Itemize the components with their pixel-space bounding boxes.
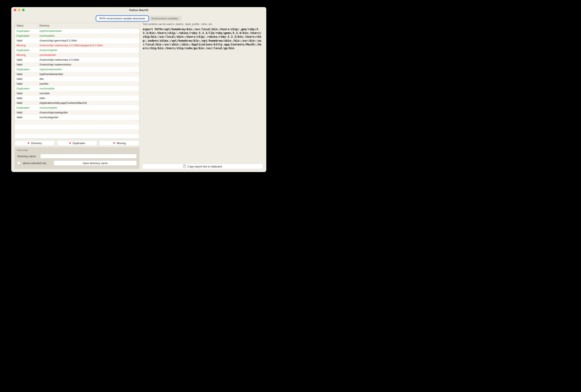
cell-status: Duplicated — [15, 29, 38, 32]
export-description: Text contents can be used in .bashrc, .b… — [142, 23, 263, 27]
cell-status: Valid — [15, 58, 38, 61]
app-window: Pathos MacOS PATH environment variable d… — [11, 7, 266, 172]
cell-directory: /opt/homebrew/bin — [38, 29, 139, 32]
table-row[interactable]: Valid/usr/bin — [15, 81, 139, 86]
traffic-lights — [14, 9, 25, 11]
cell-directory: /Users/chip/.nodenv/shims — [38, 63, 139, 66]
cell-status: Valid — [15, 116, 38, 119]
cell-directory: /Users/chip/.rubies/ruby-3.3.3/bin — [38, 58, 139, 61]
table-row[interactable]: Duplicated/usr/local/bin — [15, 33, 139, 38]
table-row[interactable]: Valid/bin — [15, 76, 139, 81]
minimize-icon[interactable] — [18, 9, 20, 11]
above-selected-label: above selected row — [23, 162, 46, 165]
cell-directory: /opt/homebrew/sbin — [38, 72, 139, 76]
export-text[interactable]: export PATH=/opt/homebrew/bin:/usr/local… — [142, 27, 263, 162]
directory-name-label: Directory name — [17, 155, 38, 158]
cell-status: Valid — [15, 72, 38, 76]
cell-directory: /Users/chip/.rubies/ruby-3.3.3/lib/ruby/… — [38, 44, 139, 47]
table-row[interactable]: Valid/Applications/kitty.app/Contents/Ma… — [15, 100, 139, 105]
x-icon: ✕ — [69, 142, 71, 144]
cell-directory: /Applications/kitty.app/Contents/MacOS — [38, 101, 139, 104]
table-header: Status Directory — [15, 23, 139, 28]
cell-status: Duplicated — [15, 87, 38, 90]
table-row[interactable]: Valid/usr/sbin — [15, 91, 139, 96]
zoom-icon[interactable] — [22, 9, 25, 11]
table-row[interactable]: Valid/Users/chip/.nodenv/shims — [15, 62, 139, 67]
table-row[interactable]: Missing/Users/chip/.rubies/ruby-3.3.3/li… — [15, 43, 139, 48]
table-row[interactable] — [15, 124, 139, 129]
cell-status: Valid — [15, 96, 38, 100]
cell-directory: /usr/local/bin — [38, 34, 139, 37]
window-title: Pathos MacOS — [129, 8, 148, 12]
table-row[interactable]: Missing/usr/local/sbin — [15, 52, 139, 57]
cell-directory: /usr/bin — [38, 82, 139, 85]
col-status[interactable]: Status — [15, 23, 38, 28]
cell-status: Valid — [15, 111, 38, 114]
tab-environment-variables[interactable]: Environment variables — [148, 16, 181, 21]
cell-directory: /usr/sbin — [38, 92, 139, 95]
table-row[interactable]: Valid/Users/chip/code/go/bin — [15, 110, 139, 115]
cell-directory: /usr/local/bin — [38, 87, 139, 90]
cell-status: Valid — [15, 39, 38, 42]
above-selected-checkbox[interactable] — [17, 162, 20, 164]
copy-to-clipboard-button[interactable]: Copy export text to clipboard — [142, 164, 263, 169]
remove-missing-button[interactable]: ✕ Missing — [99, 140, 140, 146]
cell-status: Valid — [15, 77, 38, 80]
cell-status: Duplicated — [15, 34, 38, 37]
remove-duplicates-label: Duplicates — [72, 142, 85, 145]
cell-status: Duplicated — [15, 68, 38, 71]
tab-path-directories[interactable]: PATH environment variable directories — [96, 16, 148, 21]
table-row[interactable]: Duplicated/Users/chip/bin — [15, 48, 139, 52]
cell-directory: /opt/homebrew/bin — [38, 68, 139, 71]
col-directory[interactable]: Directory — [38, 23, 139, 28]
remove-missing-label: Missing — [117, 142, 126, 145]
table-row[interactable]: Valid/usr/local/go/bin — [15, 115, 139, 120]
cell-directory: /Users/chip/bin — [38, 106, 139, 109]
table-row[interactable]: Valid/opt/homebrew/sbin — [15, 72, 139, 76]
cell-status: Missing — [15, 44, 38, 47]
cell-status: Missing — [15, 53, 38, 56]
cell-directory: /Users/chip/bin — [38, 48, 139, 52]
cell-directory: /usr/local/sbin — [38, 53, 139, 56]
remove-duplicates-button[interactable]: ✕ Duplicates — [57, 140, 97, 146]
titlebar: Pathos MacOS — [11, 7, 266, 13]
remove-directory-label: Directory — [31, 142, 42, 145]
cell-directory: /sbin — [38, 96, 139, 100]
table-row[interactable]: Duplicated/opt/homebrew/bin — [15, 67, 139, 72]
cell-status: Valid — [15, 63, 38, 66]
cell-directory: /bin — [38, 77, 139, 80]
table-row[interactable]: Valid/Users/chip/.rubies/ruby-3.3.3/bin — [15, 57, 139, 62]
close-icon[interactable] — [14, 9, 16, 11]
form-entry-panel: Form entry Directory name above selected… — [14, 147, 140, 169]
table-row[interactable]: Duplicated/Users/chip/bin — [15, 105, 139, 110]
path-table: Status Directory Duplicated/opt/homebrew… — [14, 23, 140, 139]
table-row[interactable]: Duplicated/opt/homebrew/bin — [15, 28, 139, 33]
table-row[interactable] — [15, 120, 139, 124]
action-button-row: ✕ Directory ✕ Duplicates ✕ Missing — [14, 140, 140, 146]
clipboard-icon — [183, 165, 186, 168]
cell-status: Valid — [15, 101, 38, 104]
remove-directory-button[interactable]: ✕ Directory — [14, 140, 55, 146]
save-directory-button[interactable]: Save directory name — [54, 161, 137, 166]
table-row[interactable]: Valid/Users/chip/.gem/ruby/3.3.3/bin — [15, 38, 139, 43]
cell-directory: /Users/chip/code/go/bin — [38, 111, 139, 114]
cell-status: Duplicated — [15, 48, 38, 52]
x-icon: ✕ — [27, 142, 30, 144]
directory-name-input[interactable] — [40, 154, 137, 158]
cell-directory: /Users/chip/.gem/ruby/3.3.3/bin — [38, 39, 139, 42]
cell-directory: /usr/local/go/bin — [38, 116, 139, 119]
x-icon: ✕ — [113, 142, 116, 144]
table-row[interactable] — [15, 134, 139, 138]
copy-label: Copy export text to clipboard — [188, 165, 222, 168]
tabbar: PATH environment variable directories En… — [11, 13, 266, 23]
table-row[interactable]: Duplicated/usr/local/bin — [15, 86, 139, 91]
table-row[interactable]: Valid/sbin — [15, 96, 139, 100]
form-title: Form entry — [17, 149, 137, 151]
cell-status: Valid — [15, 92, 38, 95]
table-row[interactable] — [15, 129, 139, 134]
cell-status: Valid — [15, 82, 38, 85]
cell-status: Duplicated — [15, 106, 38, 109]
